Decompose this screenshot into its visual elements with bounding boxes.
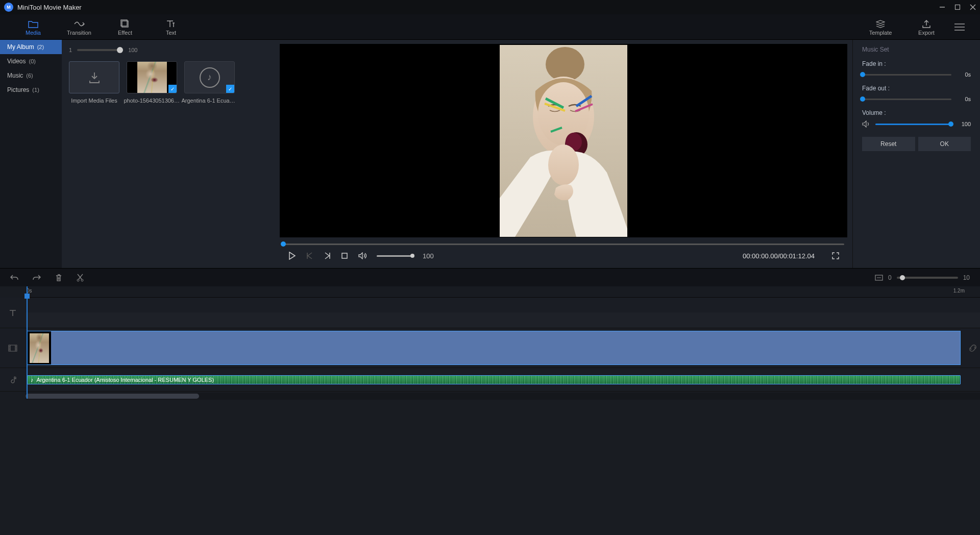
minimize-button[interactable] [939,4,945,10]
tl-zoom-min: 0 [888,274,892,281]
split-button[interactable] [77,274,84,282]
sidebar-item-my-album[interactable]: My Album (2) [0,40,62,54]
selected-check-icon: ✓ [226,85,234,93]
preview-volume-slider[interactable] [377,255,412,257]
redo-button[interactable] [33,274,41,281]
import-label: Import Media Files [66,98,122,104]
timeline: 0s 1.2m [0,286,980,535]
sidebar-item-pictures[interactable]: Pictures (1) [0,83,62,97]
reset-button[interactable]: Reset [862,137,915,151]
preview-timecode: 00:00:00.00/00:01:12.04 [743,252,815,260]
fade-in-value: 0s [957,71,971,78]
ok-button[interactable]: OK [918,137,971,151]
sidebar-item-count: (6) [26,72,33,79]
volume-value: 100 [957,121,971,127]
preview-controls: 100 00:00:00.00/00:01:12.04 [278,246,849,266]
effect-icon [120,18,130,30]
tab-effect[interactable]: Effect [102,18,148,36]
preview-image [500,45,627,237]
fade-out-value: 0s [957,96,971,102]
play-button[interactable] [288,252,296,260]
maximize-button[interactable] [954,4,961,10]
svg-point-10 [546,47,584,82]
export-icon [922,18,931,30]
sidebar-item-videos[interactable]: Videos (0) [0,54,62,68]
prev-frame-button[interactable] [306,252,313,259]
ruler-end: 1.2m [953,288,965,294]
zoom-max-label: 100 [128,47,137,53]
stop-button[interactable] [341,252,348,259]
transition-icon [74,18,85,30]
fit-icon[interactable] [875,275,883,281]
fade-out-label: Fade out : [862,85,971,92]
music-note-icon: ♪ [31,377,34,383]
audio-clip[interactable]: ♪ Argentina 6-1 Ecuador (Amistoso Intern… [27,375,961,384]
tl-zoom-max: 10 [963,274,970,281]
thumbnail-zoom: 1 100 [69,45,267,55]
fade-in-slider[interactable] [862,74,951,76]
timeline-scrollbar[interactable] [26,393,980,400]
music-set-panel: Music Set Fade in : 0s Fade out : 0s [852,40,980,268]
thumbnail-zoom-slider[interactable] [77,49,123,51]
titlebar: M MiniTool Movie Maker [0,0,980,14]
svg-point-15 [548,144,579,185]
media-panel: 1 100 Import Media Files ✓ photo-1564305… [62,40,275,268]
hamburger-menu-button[interactable] [949,23,970,31]
sidebar-item-label: My Album [7,43,34,51]
app-logo-icon: M [4,3,13,12]
fullscreen-button[interactable] [832,252,839,259]
timeline-zoom-slider[interactable] [897,277,958,279]
panel-title: Music Set [862,46,971,53]
selected-check-icon: ✓ [168,85,177,93]
sidebar-item-count: (2) [37,44,44,50]
audio-clip-label: Argentina 6-1 Ecuador (Amistoso Internac… [37,377,214,383]
volume-slider[interactable] [875,124,951,125]
svg-rect-1 [955,5,960,10]
fade-in-label: Fade in : [862,60,971,67]
tab-media-label: Media [26,30,41,36]
folder-icon [28,18,38,30]
text-icon [166,18,176,30]
svg-rect-16 [342,253,347,258]
photo-thumbnail [137,61,167,93]
audio-track[interactable]: ♪ Argentina 6-1 Ecuador (Amistoso Intern… [0,368,980,392]
preview-panel: 100 00:00:00.00/00:01:12.04 [275,40,852,268]
media-thumb-image[interactable]: ✓ photo-1564305130656... [127,61,177,104]
close-button[interactable] [970,4,976,10]
tab-text-label: Text [166,30,176,36]
music-note-icon: ♪ [200,67,220,88]
delete-button[interactable] [55,274,62,282]
timeline-toolbar: 0 10 [0,268,980,286]
zoom-min-label: 1 [69,47,72,53]
timeline-ruler[interactable]: 0s 1.2m [26,286,980,298]
template-button[interactable]: Template [857,18,903,36]
tab-media[interactable]: Media [10,18,56,36]
volume-icon[interactable] [358,252,366,259]
export-button[interactable]: Export [903,18,949,36]
sidebar-item-label: Music [7,72,23,79]
link-icon [968,344,977,353]
preview-progress[interactable] [280,242,847,246]
video-track-icon [0,328,26,368]
next-frame-button[interactable] [324,252,331,259]
tab-transition[interactable]: Transition [56,18,102,36]
speaker-icon [862,120,870,128]
sidebar-item-music[interactable]: Music (6) [0,68,62,83]
sidebar-item-count: (0) [29,58,35,64]
tab-transition-label: Transition [67,30,91,36]
tab-effect-label: Effect [118,30,132,36]
fade-out-slider[interactable] [862,99,951,100]
preview-volume-value: 100 [423,252,434,260]
import-media-button[interactable]: Import Media Files [69,61,119,104]
undo-button[interactable] [10,274,18,281]
media-thumb-audio[interactable]: ♪ ✓ Argentina 6-1 Ecuador... [184,61,235,104]
video-track[interactable] [0,328,980,368]
import-icon [87,70,102,85]
timeline-playhead[interactable] [27,286,28,399]
media-sidebar: My Album (2) Videos (0) Music (6) Pictur… [0,40,62,268]
video-clip[interactable] [27,331,961,365]
tab-text[interactable]: Text [148,18,194,36]
text-track[interactable] [0,298,980,328]
preview-stage [280,44,847,237]
template-icon [876,18,885,30]
